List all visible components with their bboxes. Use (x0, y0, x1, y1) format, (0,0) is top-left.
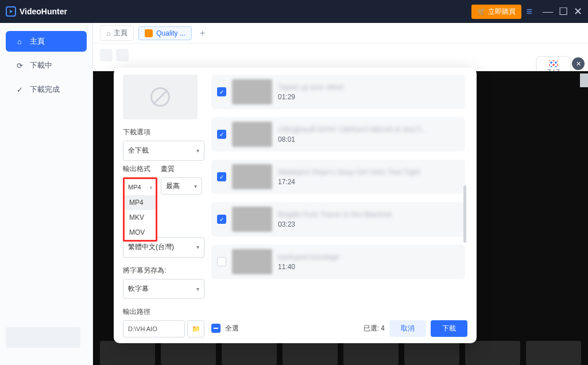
selected-count: 已選: 4 (363, 324, 385, 333)
minimize-button[interactable]: — (543, 6, 553, 18)
item-duration: 03:23 (278, 220, 459, 228)
select-value: 軟字幕 (128, 284, 149, 294)
download-option-select[interactable]: 全下載 ▾ (123, 141, 204, 161)
item-duration: 01:29 (278, 93, 459, 101)
select-value: 最高 (166, 181, 180, 191)
list-item: ✓Brigitte Puts Tracer in the Machine03:2… (211, 202, 465, 236)
quality-select[interactable]: 最高 ▾ (161, 177, 202, 195)
list-item: ✓Madalynn Raye's Nosy Girl Gets Tied Tig… (211, 160, 465, 194)
item-title: Brigitte Puts Tracer in the Machine (278, 210, 459, 219)
close-button[interactable]: ✕ (574, 5, 582, 18)
item-thumbnail (232, 122, 272, 147)
cart-icon: 🛒 (477, 7, 486, 15)
browse-folder-button[interactable]: 📁 (187, 320, 204, 337)
chevron-down-icon: ▾ (196, 147, 199, 154)
download-options-modal: 下載選項 全下載 ▾ 輸出格式 畫質 MP4 ‹ MP4 MKV MOV (114, 68, 477, 343)
item-title: backyard bondage (278, 253, 459, 261)
format-select[interactable]: MP4 ‹ (125, 179, 156, 195)
subtitle-save-label: 將字幕另存為: (123, 266, 204, 275)
item-title: Taped up and vibed (278, 83, 459, 91)
select-all-checkbox[interactable] (211, 324, 220, 333)
chevron-down-icon: ▾ (196, 244, 199, 250)
app-name: VideoHunter (20, 7, 67, 16)
chevron-down-icon: ▾ (194, 183, 197, 189)
format-option-mp4[interactable]: MP4 (125, 195, 156, 210)
list-scrollbar[interactable] (463, 185, 466, 243)
results-panel: ✓Taped up and vibed01:29✓СВОДНЫЙ БРАТ СВ… (211, 75, 467, 337)
output-path-label: 輸出路徑 (123, 307, 204, 317)
modal-overlay: 下載選項 全下載 ▾ 輸出格式 畫質 MP4 ‹ MP4 MKV MOV (0, 23, 588, 365)
select-value: 全下載 (128, 146, 149, 156)
chevron-down-icon: ▾ (196, 286, 199, 292)
modal-footer: 全選 已選: 4 取消 下載 (211, 314, 467, 337)
title-bar: VideoHunter 🛒 立即購買 ≡ — ☐ ✕ (0, 0, 588, 23)
buy-button[interactable]: 🛒 立即購買 (471, 5, 521, 19)
list-item: backyard bondage11:40 (211, 244, 465, 279)
item-duration: 08:01 (278, 135, 459, 143)
item-checkbox[interactable]: ✓ (217, 87, 226, 96)
format-select-open: MP4 ‹ MP4 MKV MOV (123, 177, 157, 242)
cancel-button[interactable]: 取消 (389, 320, 426, 337)
item-checkbox[interactable]: ✓ (217, 130, 226, 139)
format-label: 輸出格式 (123, 164, 157, 174)
item-title: СВОДНЫЙ БРАТ СВЯЗАЛ МЕНЯ И ЗАСТ... (278, 125, 459, 134)
list-item: ✓Taped up and vibed01:29 (211, 75, 465, 109)
select-value: 繁體中文(台灣) (128, 242, 174, 252)
folder-icon: 📁 (192, 325, 200, 333)
buy-label: 立即購買 (488, 7, 516, 17)
item-duration: 11:40 (278, 263, 459, 271)
options-panel: 下載選項 全下載 ▾ 輸出格式 畫質 MP4 ‹ MP4 MKV MOV (123, 75, 204, 337)
download-button[interactable]: 下載 (431, 320, 467, 337)
item-duration: 17:24 (278, 178, 459, 186)
item-thumbnail (232, 249, 272, 274)
chevron-left-icon: ‹ (150, 184, 152, 191)
format-option-mkv[interactable]: MKV (125, 210, 156, 225)
preview-thumbnail (123, 75, 198, 119)
subtitle-select[interactable]: 軟字幕 ▾ (123, 279, 204, 299)
item-thumbnail (232, 207, 272, 232)
item-thumbnail (232, 79, 272, 104)
list-item: ✓СВОДНЫЙ БРАТ СВЯЗАЛ МЕНЯ И ЗАСТ...08:01 (211, 117, 465, 152)
app-logo: VideoHunter (6, 6, 67, 17)
output-path-input[interactable]: D:\VH AIO (123, 320, 185, 337)
menu-icon[interactable]: ≡ (526, 6, 532, 18)
item-thumbnail (232, 164, 272, 189)
no-preview-icon (150, 87, 170, 107)
maximize-button[interactable]: ☐ (559, 5, 568, 18)
select-value: MP4 (128, 184, 141, 191)
quality-label: 畫質 (161, 164, 175, 174)
logo-icon (6, 6, 16, 17)
download-option-label: 下載選項 (123, 127, 204, 137)
item-checkbox[interactable]: ✓ (217, 215, 226, 224)
item-title: Madalynn Raye's Nosy Girl Gets Tied Tigh… (278, 168, 459, 176)
format-option-mov[interactable]: MOV (125, 225, 156, 240)
item-checkbox[interactable] (217, 257, 226, 266)
select-all-label: 全選 (225, 324, 239, 333)
results-list: ✓Taped up and vibed01:29✓СВОДНЫЙ БРАТ СВ… (211, 75, 467, 314)
item-checkbox[interactable]: ✓ (217, 172, 226, 181)
